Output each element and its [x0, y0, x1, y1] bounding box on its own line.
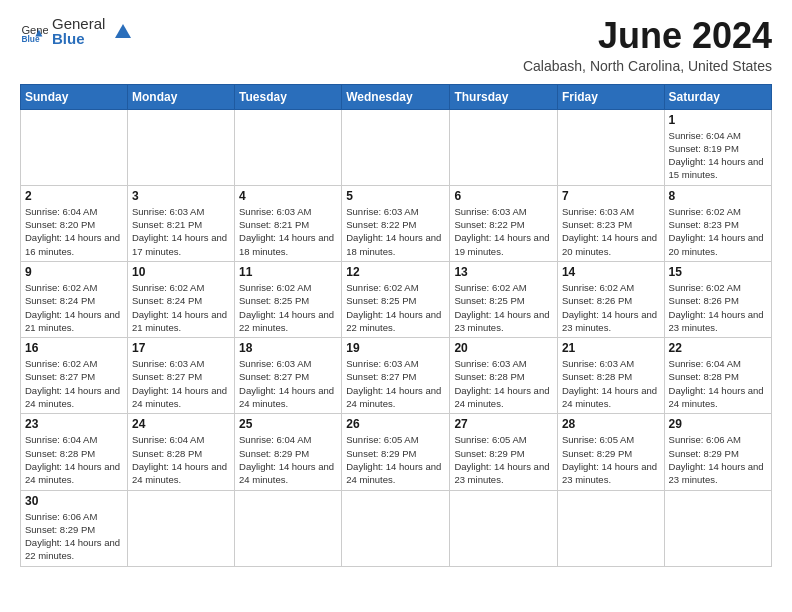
- calendar-week-row: 16Sunrise: 6:02 AM Sunset: 8:27 PM Dayli…: [21, 338, 772, 414]
- calendar-cell: 1Sunrise: 6:04 AM Sunset: 8:19 PM Daylig…: [664, 109, 771, 185]
- day-number: 23: [25, 417, 123, 431]
- calendar-cell: [557, 109, 664, 185]
- day-number: 13: [454, 265, 553, 279]
- day-number: 18: [239, 341, 337, 355]
- day-info: Sunrise: 6:03 AM Sunset: 8:27 PM Dayligh…: [346, 357, 445, 410]
- calendar-week-row: 9Sunrise: 6:02 AM Sunset: 8:24 PM Daylig…: [21, 261, 772, 337]
- location: Calabash, North Carolina, United States: [523, 58, 772, 74]
- calendar-cell: 19Sunrise: 6:03 AM Sunset: 8:27 PM Dayli…: [342, 338, 450, 414]
- day-number: 6: [454, 189, 553, 203]
- header: General Blue General Blue June 2024 Cala…: [20, 16, 772, 74]
- logo-general-text: General: [52, 16, 105, 31]
- day-info: Sunrise: 6:03 AM Sunset: 8:23 PM Dayligh…: [562, 205, 660, 258]
- calendar-cell: 14Sunrise: 6:02 AM Sunset: 8:26 PM Dayli…: [557, 261, 664, 337]
- calendar-cell: 4Sunrise: 6:03 AM Sunset: 8:21 PM Daylig…: [235, 185, 342, 261]
- day-number: 16: [25, 341, 123, 355]
- logo-blue-text: Blue: [52, 31, 105, 46]
- day-number: 28: [562, 417, 660, 431]
- day-info: Sunrise: 6:04 AM Sunset: 8:28 PM Dayligh…: [132, 433, 230, 486]
- day-number: 7: [562, 189, 660, 203]
- day-number: 5: [346, 189, 445, 203]
- day-info: Sunrise: 6:03 AM Sunset: 8:27 PM Dayligh…: [132, 357, 230, 410]
- calendar-cell: 16Sunrise: 6:02 AM Sunset: 8:27 PM Dayli…: [21, 338, 128, 414]
- day-number: 3: [132, 189, 230, 203]
- day-number: 25: [239, 417, 337, 431]
- title-block: June 2024 Calabash, North Carolina, Unit…: [523, 16, 772, 74]
- day-number: 27: [454, 417, 553, 431]
- svg-text:Blue: Blue: [21, 34, 39, 44]
- calendar-week-row: 30Sunrise: 6:06 AM Sunset: 8:29 PM Dayli…: [21, 490, 772, 566]
- day-info: Sunrise: 6:02 AM Sunset: 8:25 PM Dayligh…: [239, 281, 337, 334]
- calendar-cell: 26Sunrise: 6:05 AM Sunset: 8:29 PM Dayli…: [342, 414, 450, 490]
- day-number: 20: [454, 341, 553, 355]
- calendar-cell: 8Sunrise: 6:02 AM Sunset: 8:23 PM Daylig…: [664, 185, 771, 261]
- day-info: Sunrise: 6:05 AM Sunset: 8:29 PM Dayligh…: [562, 433, 660, 486]
- day-number: 2: [25, 189, 123, 203]
- day-info: Sunrise: 6:03 AM Sunset: 8:21 PM Dayligh…: [239, 205, 337, 258]
- calendar-cell: 9Sunrise: 6:02 AM Sunset: 8:24 PM Daylig…: [21, 261, 128, 337]
- calendar-cell: [664, 490, 771, 566]
- weekday-header-wednesday: Wednesday: [342, 84, 450, 109]
- calendar-cell: 20Sunrise: 6:03 AM Sunset: 8:28 PM Dayli…: [450, 338, 558, 414]
- day-info: Sunrise: 6:04 AM Sunset: 8:29 PM Dayligh…: [239, 433, 337, 486]
- calendar-cell: [235, 109, 342, 185]
- calendar-cell: [450, 109, 558, 185]
- day-number: 19: [346, 341, 445, 355]
- page: General Blue General Blue June 2024 Cala…: [0, 0, 792, 577]
- calendar-cell: [127, 490, 234, 566]
- calendar-cell: [127, 109, 234, 185]
- calendar-cell: 6Sunrise: 6:03 AM Sunset: 8:22 PM Daylig…: [450, 185, 558, 261]
- calendar-cell: 10Sunrise: 6:02 AM Sunset: 8:24 PM Dayli…: [127, 261, 234, 337]
- calendar-cell: [21, 109, 128, 185]
- calendar-cell: 18Sunrise: 6:03 AM Sunset: 8:27 PM Dayli…: [235, 338, 342, 414]
- calendar-cell: 11Sunrise: 6:02 AM Sunset: 8:25 PM Dayli…: [235, 261, 342, 337]
- day-info: Sunrise: 6:02 AM Sunset: 8:24 PM Dayligh…: [25, 281, 123, 334]
- calendar-cell: 21Sunrise: 6:03 AM Sunset: 8:28 PM Dayli…: [557, 338, 664, 414]
- day-info: Sunrise: 6:02 AM Sunset: 8:23 PM Dayligh…: [669, 205, 767, 258]
- month-title: June 2024: [523, 16, 772, 56]
- day-info: Sunrise: 6:02 AM Sunset: 8:25 PM Dayligh…: [346, 281, 445, 334]
- day-info: Sunrise: 6:03 AM Sunset: 8:28 PM Dayligh…: [562, 357, 660, 410]
- calendar-table: SundayMondayTuesdayWednesdayThursdayFrid…: [20, 84, 772, 567]
- day-info: Sunrise: 6:04 AM Sunset: 8:20 PM Dayligh…: [25, 205, 123, 258]
- calendar-cell: 3Sunrise: 6:03 AM Sunset: 8:21 PM Daylig…: [127, 185, 234, 261]
- calendar-cell: 24Sunrise: 6:04 AM Sunset: 8:28 PM Dayli…: [127, 414, 234, 490]
- weekday-header-thursday: Thursday: [450, 84, 558, 109]
- day-number: 14: [562, 265, 660, 279]
- day-info: Sunrise: 6:06 AM Sunset: 8:29 PM Dayligh…: [669, 433, 767, 486]
- calendar-cell: 13Sunrise: 6:02 AM Sunset: 8:25 PM Dayli…: [450, 261, 558, 337]
- day-info: Sunrise: 6:02 AM Sunset: 8:25 PM Dayligh…: [454, 281, 553, 334]
- calendar-cell: 2Sunrise: 6:04 AM Sunset: 8:20 PM Daylig…: [21, 185, 128, 261]
- calendar-week-row: 2Sunrise: 6:04 AM Sunset: 8:20 PM Daylig…: [21, 185, 772, 261]
- calendar-cell: 27Sunrise: 6:05 AM Sunset: 8:29 PM Dayli…: [450, 414, 558, 490]
- day-info: Sunrise: 6:03 AM Sunset: 8:22 PM Dayligh…: [346, 205, 445, 258]
- day-number: 21: [562, 341, 660, 355]
- logo-triangle-icon: [109, 20, 131, 42]
- day-info: Sunrise: 6:02 AM Sunset: 8:24 PM Dayligh…: [132, 281, 230, 334]
- svg-marker-3: [115, 24, 131, 38]
- day-info: Sunrise: 6:04 AM Sunset: 8:19 PM Dayligh…: [669, 129, 767, 182]
- logo: General Blue General Blue: [20, 16, 131, 46]
- calendar-cell: [235, 490, 342, 566]
- calendar-cell: 29Sunrise: 6:06 AM Sunset: 8:29 PM Dayli…: [664, 414, 771, 490]
- day-number: 17: [132, 341, 230, 355]
- calendar-cell: 23Sunrise: 6:04 AM Sunset: 8:28 PM Dayli…: [21, 414, 128, 490]
- day-info: Sunrise: 6:05 AM Sunset: 8:29 PM Dayligh…: [454, 433, 553, 486]
- calendar-cell: [557, 490, 664, 566]
- weekday-header-saturday: Saturday: [664, 84, 771, 109]
- calendar-cell: 15Sunrise: 6:02 AM Sunset: 8:26 PM Dayli…: [664, 261, 771, 337]
- calendar-cell: 12Sunrise: 6:02 AM Sunset: 8:25 PM Dayli…: [342, 261, 450, 337]
- day-number: 24: [132, 417, 230, 431]
- weekday-header-tuesday: Tuesday: [235, 84, 342, 109]
- weekday-header-monday: Monday: [127, 84, 234, 109]
- day-number: 30: [25, 494, 123, 508]
- day-info: Sunrise: 6:02 AM Sunset: 8:26 PM Dayligh…: [562, 281, 660, 334]
- calendar-cell: 30Sunrise: 6:06 AM Sunset: 8:29 PM Dayli…: [21, 490, 128, 566]
- calendar-week-row: 23Sunrise: 6:04 AM Sunset: 8:28 PM Dayli…: [21, 414, 772, 490]
- weekday-header-row: SundayMondayTuesdayWednesdayThursdayFrid…: [21, 84, 772, 109]
- calendar-cell: 7Sunrise: 6:03 AM Sunset: 8:23 PM Daylig…: [557, 185, 664, 261]
- day-info: Sunrise: 6:05 AM Sunset: 8:29 PM Dayligh…: [346, 433, 445, 486]
- day-number: 29: [669, 417, 767, 431]
- day-info: Sunrise: 6:04 AM Sunset: 8:28 PM Dayligh…: [669, 357, 767, 410]
- weekday-header-friday: Friday: [557, 84, 664, 109]
